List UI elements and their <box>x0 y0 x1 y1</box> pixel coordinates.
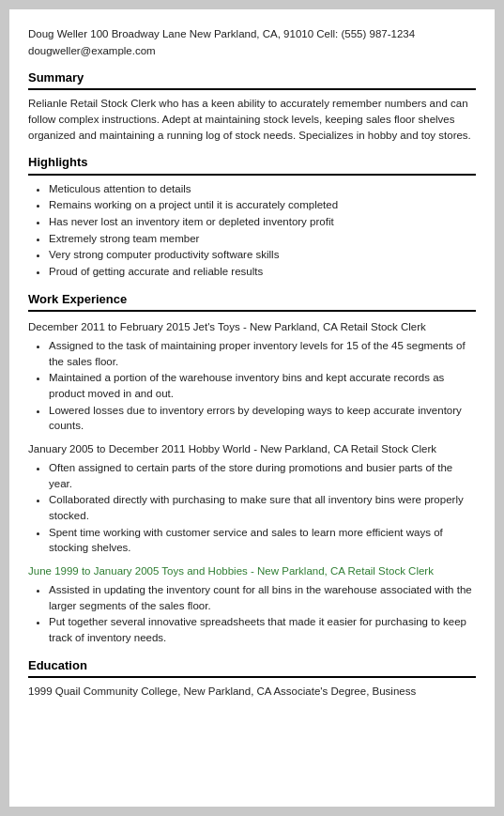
header-email: dougweller@example.com <box>28 43 476 58</box>
summary-text: Relianle Retail Stock Clerk who has a ke… <box>28 96 476 143</box>
job-header-2: January 2005 to December 2011 Hobby Worl… <box>28 441 476 456</box>
list-item: Extremely strong team member <box>49 231 476 247</box>
education-entry: 1999 Quail Community College, New Parkla… <box>28 684 476 699</box>
list-item: Very strong computer productivity softwa… <box>49 247 476 263</box>
list-item: Assisted in updating the inventory count… <box>49 582 476 613</box>
job-bullets-1: Assigned to the task of maintaining prop… <box>28 338 476 434</box>
list-item: Maintained a portion of the warehouse in… <box>49 370 476 401</box>
summary-title: Summary <box>28 69 476 90</box>
job-header-3: June 1999 to January 2005 Toys and Hobbi… <box>28 563 476 578</box>
job-bullets-2: Often assigned to certain parts of the s… <box>28 460 476 556</box>
job-bullets-3: Assisted in updating the inventory count… <box>28 582 476 646</box>
job-header-1: December 2011 to February 2015 Jet's Toy… <box>28 319 476 334</box>
list-item: Often assigned to certain parts of the s… <box>49 460 476 491</box>
list-item: Lowered losses due to inventory errors b… <box>49 403 476 434</box>
highlights-title: Highlights <box>28 154 476 175</box>
list-item: Spent time working with customer service… <box>49 525 476 556</box>
summary-section: Summary Relianle Retail Stock Clerk who … <box>28 69 476 143</box>
highlights-section: Highlights Meticulous attention to detai… <box>28 154 476 279</box>
list-item: Collaborated directly with purchasing to… <box>49 492 476 523</box>
work-experience-section: Work Experience December 2011 to Februar… <box>28 291 476 646</box>
list-item: Assigned to the task of maintaining prop… <box>49 338 476 369</box>
list-item: Put together several innovative spreadsh… <box>49 614 476 645</box>
list-item: Remains working on a project until it is… <box>49 197 476 213</box>
education-title: Education <box>28 657 476 678</box>
education-section: Education 1999 Quail Community College, … <box>28 657 476 699</box>
highlights-list: Meticulous attention to details Remains … <box>28 181 476 280</box>
list-item: Has never lost an inventory item or depl… <box>49 214 476 230</box>
header-name: Doug Weller 100 Broadway Lane New Parkla… <box>28 26 476 41</box>
header-section: Doug Weller 100 Broadway Lane New Parkla… <box>28 26 476 58</box>
work-experience-title: Work Experience <box>28 291 476 312</box>
list-item: Proud of getting accurate and reliable r… <box>49 264 476 280</box>
resume-page: Doug Weller 100 Broadway Lane New Parkla… <box>9 9 495 807</box>
list-item: Meticulous attention to details <box>49 181 476 197</box>
